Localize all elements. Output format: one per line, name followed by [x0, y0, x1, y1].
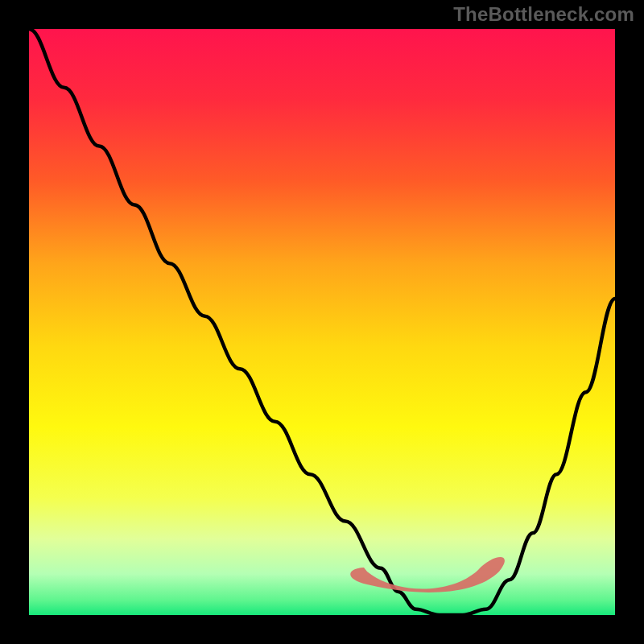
chart-background	[29, 29, 615, 615]
chart-card: TheBottleneck.com	[0, 0, 644, 644]
bottleneck-chart	[0, 0, 644, 644]
watermark-text: TheBottleneck.com	[453, 3, 634, 26]
